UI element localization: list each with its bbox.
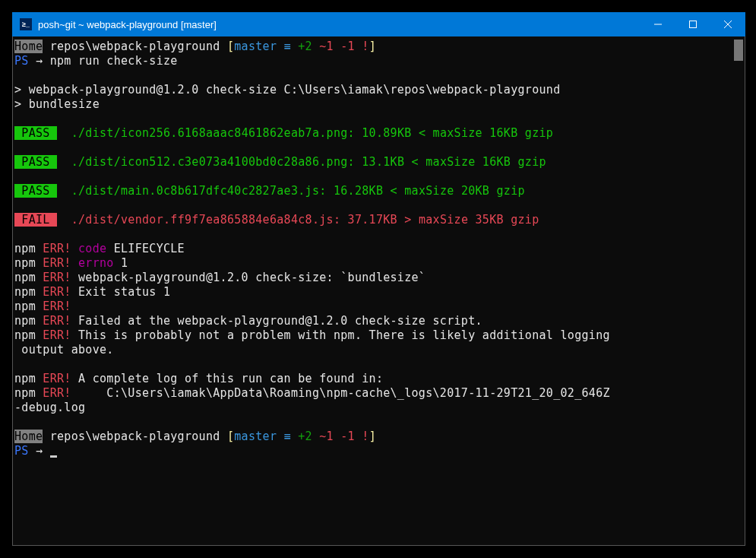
git-mod: ~1 bbox=[312, 40, 340, 53]
npm-label: npm bbox=[14, 256, 36, 270]
prompt-arrow: → bbox=[29, 54, 50, 68]
cursor bbox=[50, 455, 57, 458]
err-label: ERR! bbox=[36, 271, 71, 284]
terminal-window: ≥_ posh~git ~ webpack-playground [master… bbox=[12, 12, 745, 546]
scrollbar-thumb[interactable] bbox=[734, 40, 743, 61]
git-excl: ! bbox=[355, 430, 369, 443]
pass-badge: PASS bbox=[14, 184, 57, 198]
result-text: ./dist/icon512.c3e073a4100bd0c28a86.png:… bbox=[71, 155, 546, 169]
terminal-content[interactable]: Home repos\webpack-playground [master ≡ … bbox=[13, 36, 732, 545]
err-label: ERR! bbox=[36, 256, 71, 270]
err-text: This is probably not a problem with npm.… bbox=[71, 328, 610, 342]
err-text: A complete log of this run can be found … bbox=[71, 372, 384, 385]
git-ahead: +2 bbox=[298, 430, 312, 443]
err-text: webpack-playground@1.2.0 check-size: `bu… bbox=[71, 271, 426, 284]
git-del: -1 bbox=[340, 430, 355, 443]
close-button[interactable] bbox=[710, 12, 745, 36]
minimize-button[interactable] bbox=[641, 12, 675, 36]
err-label: ERR! bbox=[36, 328, 71, 342]
home-badge: Home bbox=[14, 40, 43, 53]
fail-badge: FAIL bbox=[14, 213, 57, 227]
npm-label: npm bbox=[14, 285, 36, 299]
err-key: errno bbox=[71, 256, 114, 270]
ps-label: PS bbox=[14, 444, 29, 458]
result-text: ./dist/main.0c8b617dfc40c2827ae3.js: 16.… bbox=[71, 184, 525, 198]
err-key: code bbox=[71, 242, 107, 255]
scrollbar[interactable] bbox=[732, 36, 745, 545]
err-label: ERR! bbox=[36, 285, 71, 299]
equiv: ≡ bbox=[277, 40, 298, 53]
npm-header-line: > webpack-playground@1.2.0 check-size C:… bbox=[14, 83, 731, 97]
window-controls bbox=[641, 12, 745, 36]
window-title: posh~git ~ webpack-playground [master] bbox=[38, 19, 641, 30]
svg-rect-1 bbox=[690, 21, 697, 28]
branch-name: master bbox=[234, 430, 277, 443]
maximize-button[interactable] bbox=[675, 12, 710, 36]
git-mod: ~1 bbox=[312, 430, 340, 443]
npm-header-line: > bundlesize bbox=[14, 97, 731, 112]
npm-label: npm bbox=[14, 271, 36, 284]
titlebar[interactable]: ≥_ posh~git ~ webpack-playground [master… bbox=[12, 12, 745, 36]
err-label: ERR! bbox=[36, 372, 71, 385]
err-val: 1 bbox=[114, 256, 128, 270]
err-label: ERR! bbox=[36, 300, 71, 313]
path-text: repos\webpack-playground bbox=[43, 430, 227, 443]
npm-label: npm bbox=[14, 314, 36, 328]
git-del: -1 bbox=[340, 40, 355, 53]
npm-label: npm bbox=[14, 300, 36, 313]
err-label: ERR! bbox=[36, 242, 71, 255]
err-text: -debug.log bbox=[14, 401, 731, 415]
equiv: ≡ bbox=[277, 430, 298, 443]
bracket: [ bbox=[227, 40, 234, 53]
powershell-icon: ≥_ bbox=[20, 18, 32, 30]
err-text: C:\Users\iamak\AppData\Roaming\npm-cache… bbox=[71, 386, 610, 400]
bracket: ] bbox=[369, 40, 376, 53]
command-text: npm run check-size bbox=[50, 54, 178, 68]
pass-badge: PASS bbox=[14, 126, 57, 140]
err-label: ERR! bbox=[36, 386, 71, 400]
git-excl: ! bbox=[355, 40, 369, 53]
prompt-arrow: → bbox=[29, 444, 50, 458]
npm-label: npm bbox=[14, 372, 36, 385]
pass-badge: PASS bbox=[14, 155, 57, 169]
npm-label: npm bbox=[14, 328, 36, 342]
err-text: output above. bbox=[14, 343, 731, 357]
git-ahead: +2 bbox=[298, 40, 312, 53]
err-val: ELIFECYCLE bbox=[106, 242, 185, 255]
err-text: Exit status 1 bbox=[71, 285, 171, 299]
err-text: Failed at the webpack-playground@1.2.0 c… bbox=[71, 314, 482, 328]
npm-label: npm bbox=[14, 386, 36, 400]
bracket: ] bbox=[369, 430, 376, 443]
home-badge: Home bbox=[14, 430, 43, 443]
branch-name: master bbox=[234, 40, 277, 53]
path-text: repos\webpack-playground bbox=[43, 40, 227, 53]
npm-label: npm bbox=[14, 242, 36, 255]
result-text: ./dist/icon256.6168aaac8461862eab7a.png:… bbox=[71, 126, 554, 140]
result-text: ./dist/vendor.ff9f7ea865884e6a84c8.js: 3… bbox=[71, 213, 539, 227]
err-label: ERR! bbox=[36, 314, 71, 328]
bracket: [ bbox=[227, 430, 234, 443]
ps-label: PS bbox=[14, 54, 29, 68]
